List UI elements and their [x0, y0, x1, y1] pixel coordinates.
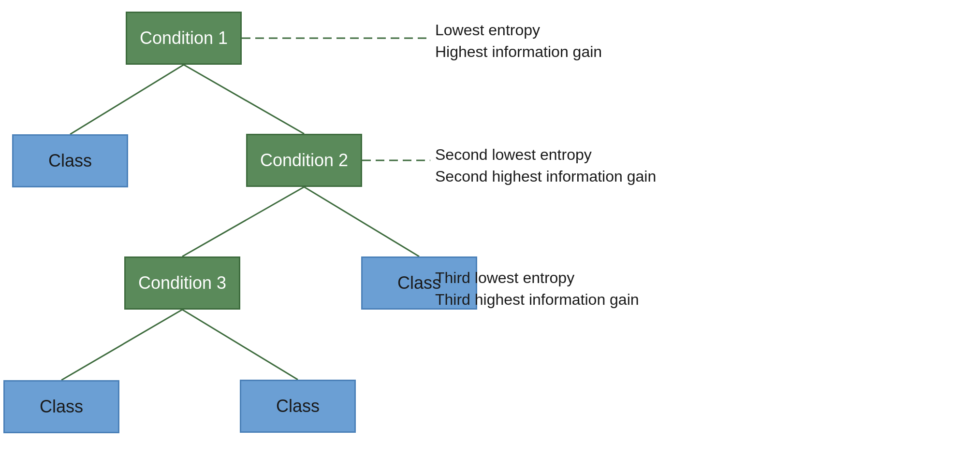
annotation-3: Third lowest entropy Third highest infor… [435, 267, 639, 311]
class3-node: Class [3, 380, 119, 433]
condition1-node: Condition 1 [126, 12, 242, 65]
svg-line-1 [184, 65, 304, 134]
condition3-node: Condition 3 [124, 256, 240, 310]
svg-line-3 [304, 187, 419, 256]
annotation-2: Second lowest entropy Second highest inf… [435, 144, 656, 187]
connector-lines [0, 0, 980, 469]
annotation-1: Lowest entropy Highest information gain [435, 19, 602, 63]
class4-node: Class [240, 380, 356, 433]
svg-line-5 [182, 310, 298, 380]
diagram-container: Condition 1 Class Condition 2 Condition … [0, 0, 980, 469]
svg-line-4 [61, 310, 182, 380]
svg-line-2 [182, 187, 304, 256]
condition2-node: Condition 2 [246, 134, 362, 187]
svg-line-0 [70, 65, 184, 134]
class1-node: Class [12, 134, 128, 187]
